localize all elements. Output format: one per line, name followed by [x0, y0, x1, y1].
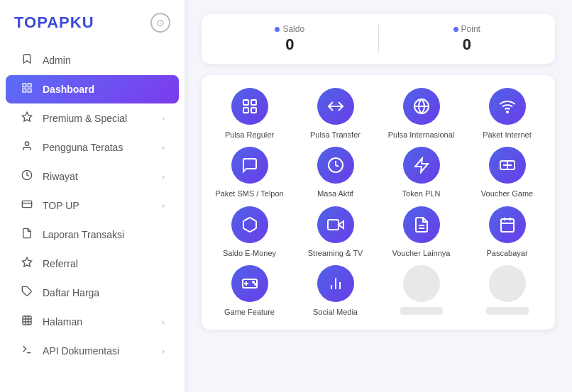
svg-rect-15 [243, 108, 248, 113]
service-item-game-feature[interactable]: Game Feature [209, 265, 290, 317]
service-label-game-feature: Game Feature [224, 307, 275, 317]
service-item-pulsa-transfer[interactable]: Pulsa Transfer [295, 88, 376, 140]
service-label-saldo-emoney: Saldo E-Money [223, 248, 276, 258]
service-label-pulsa-reguler: Pulsa Reguler [225, 130, 274, 140]
sidebar-item-admin[interactable]: Admin [6, 46, 179, 74]
pengguna-icon [20, 140, 34, 155]
svg-rect-27 [328, 220, 339, 230]
laporan-icon [20, 228, 34, 242]
service-icon-masa-aktif [317, 147, 354, 184]
sidebar-item-referral[interactable]: Referral [6, 250, 179, 278]
service-icon-pulsa-reguler [231, 88, 268, 125]
sidebar-item-left-api: API Dokumentasi [20, 344, 119, 358]
sidebar-label-halaman: Halaman [43, 316, 82, 327]
sidebar-label-topup: TOP UP [43, 200, 79, 211]
referral-icon [20, 257, 34, 271]
daftar-icon [20, 286, 34, 300]
sidebar-label-laporan: Laporan Transaksi [43, 229, 124, 240]
point-value: 0 [463, 35, 471, 54]
sidebar-item-left-premium: Premium & Special [20, 111, 127, 125]
sidebar: TOPAPKU ⊙ Admin Dashboard Premium & Spec… [0, 0, 185, 392]
svg-marker-22 [415, 158, 428, 172]
svg-rect-14 [251, 100, 256, 105]
sidebar-item-left-admin: Admin [20, 53, 71, 67]
service-label-loading1 [400, 307, 443, 315]
service-label-loading2 [486, 307, 529, 315]
service-label-voucher-lainnya: Voucher Lainnya [392, 248, 451, 258]
sidebar-item-api[interactable]: API Dokumentasi › [6, 337, 179, 365]
service-label-paket-sms: Paket SMS / Telpon [215, 189, 283, 198]
sidebar-item-dashboard[interactable]: Dashboard [6, 75, 179, 103]
service-icon-pulsa-internasional [403, 88, 440, 125]
chevron-riwayat: › [162, 172, 165, 181]
sidebar-item-left-laporan: Laporan Transaksi [20, 228, 124, 242]
service-item-masa-aktif[interactable]: Masa Aktif [295, 147, 376, 198]
sidebar-logo: TOPAPKU ⊙ [0, 0, 185, 43]
service-icon-saldo-emoney [231, 206, 268, 243]
sidebar-label-riwayat: Riwayat [43, 171, 78, 182]
service-item-paket-internet[interactable]: Paket Internet [466, 88, 548, 140]
svg-rect-1 [28, 84, 31, 87]
svg-point-37 [253, 281, 254, 283]
sidebar-item-riwayat[interactable]: Riwayat › [6, 162, 179, 191]
sidebar-item-pengguna[interactable]: Pengguna Teratas › [6, 133, 179, 162]
service-label-pascabayar: Pascabayar [486, 248, 527, 258]
service-item-saldo-emoney[interactable]: Saldo E-Money [209, 206, 290, 258]
logo-text: TOPAPKU [14, 13, 94, 32]
logo-icon[interactable]: ⊙ [150, 13, 170, 33]
chevron-pengguna: › [162, 143, 165, 152]
service-label-social-media: Social Media [313, 307, 358, 317]
svg-rect-11 [23, 316, 31, 325]
service-label-pulsa-transfer: Pulsa Transfer [310, 130, 361, 140]
service-item-loading2[interactable] [466, 265, 548, 317]
svg-point-5 [25, 142, 28, 145]
service-item-pulsa-internasional[interactable]: Pulsa Internasional [380, 88, 462, 140]
service-item-voucher-lainnya[interactable]: Voucher Lainnya [380, 206, 462, 258]
svg-point-20 [507, 111, 508, 113]
svg-marker-4 [22, 112, 31, 121]
admin-icon [20, 53, 34, 67]
service-icon-voucher-game [489, 147, 526, 184]
sidebar-item-daftar[interactable]: Daftar Harga [6, 279, 179, 307]
sidebar-label-daftar: Daftar Harga [43, 287, 99, 298]
sidebar-item-laporan[interactable]: Laporan Transaksi [6, 220, 179, 249]
sidebar-item-left-topup: TOP UP [20, 198, 79, 213]
svg-rect-2 [23, 89, 26, 92]
service-item-pascabayar[interactable]: Pascabayar [466, 206, 548, 258]
service-label-pulsa-internasional: Pulsa Internasional [388, 130, 455, 140]
service-item-pulsa-reguler[interactable]: Pulsa Reguler [209, 88, 290, 140]
sidebar-label-dashboard: Dashboard [43, 84, 94, 95]
service-item-loading1[interactable] [380, 265, 462, 317]
service-icon-token-pln [403, 147, 440, 184]
services-grid: Pulsa Reguler Pulsa Transfer Pulsa Inter… [202, 75, 555, 330]
sidebar-item-premium[interactable]: Premium & Special › [6, 104, 179, 133]
service-icon-loading2 [489, 265, 526, 302]
dashboard-icon [20, 82, 34, 96]
sidebar-item-left-daftar: Daftar Harga [20, 286, 99, 300]
sidebar-label-api: API Dokumentasi [43, 345, 119, 357]
service-icon-streaming-tv [317, 206, 354, 243]
service-icon-paket-sms [231, 147, 268, 184]
chevron-halaman: › [162, 318, 165, 326]
api-icon [20, 344, 34, 358]
service-item-token-pln[interactable]: Token PLN [380, 147, 462, 198]
sidebar-label-premium: Premium & Special [43, 113, 127, 124]
saldo-section: Saldo 0 [202, 17, 378, 61]
service-icon-social-media [317, 265, 354, 302]
svg-rect-0 [23, 84, 26, 87]
svg-rect-7 [22, 201, 31, 207]
service-item-paket-sms[interactable]: Paket SMS / Telpon [209, 147, 290, 198]
riwayat-icon [20, 169, 34, 184]
saldo-value: 0 [285, 35, 294, 54]
service-icon-pulsa-transfer [317, 88, 354, 125]
service-icon-loading1 [403, 265, 440, 302]
service-item-social-media[interactable]: Social Media [295, 265, 376, 317]
chevron-topup: › [162, 201, 165, 210]
service-label-masa-aktif: Masa Aktif [317, 189, 353, 198]
service-item-streaming-tv[interactable]: Streaming & TV [295, 206, 376, 258]
sidebar-item-halaman[interactable]: Halaman › [6, 308, 179, 336]
sidebar-item-topup[interactable]: TOP UP › [6, 191, 179, 220]
service-icon-paket-internet [489, 88, 526, 125]
svg-point-38 [255, 284, 256, 285]
service-item-voucher-game[interactable]: Voucher Game [466, 147, 548, 198]
